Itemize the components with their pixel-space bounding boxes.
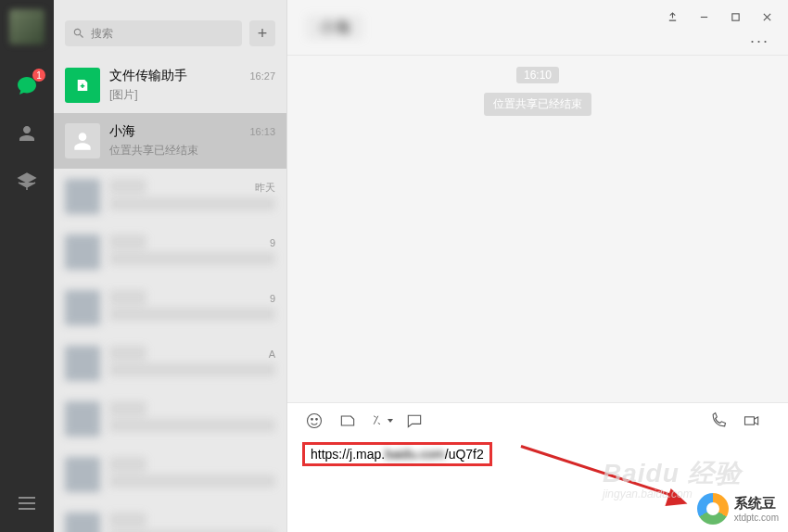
close-button[interactable] [751,6,782,28]
emoji-button[interactable] [302,409,326,433]
default-avatar-icon [65,123,100,158]
pin-button[interactable] [656,6,688,28]
avatar [65,179,100,214]
screenshot-button[interactable] [369,409,393,433]
avatar [65,290,100,325]
avatar [65,457,100,492]
conversation-item[interactable]: ████A████████ [54,336,286,391]
conversation-item[interactable]: ████9████████ [54,224,286,280]
search-input[interactable] [91,27,235,40]
chat-history-button[interactable] [402,409,426,433]
message-area: 16:10 位置共享已经结束 [287,56,788,402]
svg-rect-4 [745,417,755,424]
conversation-item[interactable]: ████████████ [54,447,286,502]
conv-preview: 位置共享已经结束 [109,143,275,158]
chat-title: 小海 [306,15,363,40]
chat-panel: 小海 ··· 16:10 位置共享已经结束 [287,0,788,532]
conv-time: 16:13 [249,126,275,137]
conversation-item[interactable]: ████9████████ [54,280,286,336]
more-button[interactable]: ··· [750,32,769,51]
new-chat-button[interactable]: + [249,20,275,46]
svg-point-2 [311,419,313,421]
chat-badge: 1 [32,69,45,82]
avatar [65,346,100,381]
search-box[interactable] [65,20,242,46]
nav-rail: 1 [0,0,54,532]
time-pill: 16:10 [516,67,559,83]
minimize-button[interactable] [688,6,719,28]
conv-time: 16:27 [249,70,275,82]
conversation-item[interactable]: ████████████ [54,502,286,532]
message-input[interactable]: https://j.map.baidu.com/uQ7f2 [287,438,788,532]
nav-collections[interactable] [14,169,40,195]
avatar [65,513,100,532]
conversation-item[interactable]: 文件传输助手16:27 [图片] [54,57,286,113]
maximize-button[interactable] [719,6,751,28]
conversation-item[interactable]: ████昨天████████████ [54,169,286,224]
conv-name: 小海 [109,123,135,140]
my-avatar[interactable] [9,9,44,44]
conversation-item[interactable]: ████████████ [54,391,286,447]
conversation-item[interactable]: 小海16:13 位置共享已经结束 [54,113,286,169]
voice-call-button[interactable] [706,409,731,433]
conv-name: 文件传输助手 [109,68,187,84]
input-area: https://j.map.baidu.com/uQ7f2 [287,402,788,532]
pasted-url[interactable]: https://j.map.baidu.com/uQ7f2 [302,442,492,466]
search-icon [72,27,85,40]
file-button[interactable] [336,409,360,433]
video-call-button[interactable] [740,409,764,433]
system-message: 位置共享已经结束 [484,93,591,116]
conv-preview: [图片] [109,87,275,103]
avatar [65,401,100,437]
svg-point-1 [308,414,322,428]
file-helper-icon [65,68,100,103]
nav-menu[interactable] [19,493,35,513]
avatar [65,234,100,270]
chat-header: 小海 ··· [287,0,788,56]
svg-rect-0 [731,13,738,19]
conversation-panel: + 文件传输助手16:27 [图片] 小海16:13 位置共享已经结束 ████… [54,0,287,532]
svg-point-3 [316,419,318,421]
nav-chat[interactable]: 1 [14,72,40,98]
nav-contacts[interactable] [14,120,40,146]
